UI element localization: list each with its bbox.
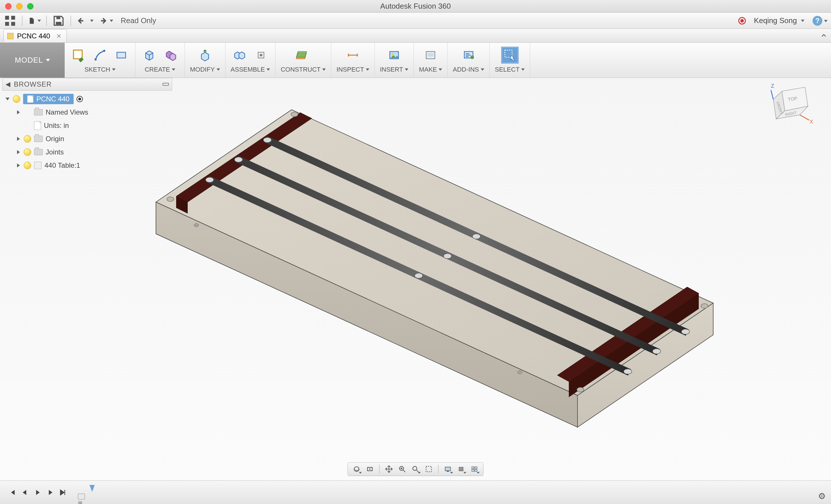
document-tabstrip: PCNC 440 ×: [0, 29, 831, 43]
visibility-bulb-icon[interactable]: [24, 161, 31, 169]
screencast-record-button[interactable]: [738, 17, 746, 25]
maximize-window-button[interactable]: [27, 3, 33, 9]
timeline-marker[interactable]: [89, 485, 95, 492]
pattern-button[interactable]: [162, 47, 179, 63]
ribbon-label-insert[interactable]: INSERT: [380, 66, 408, 73]
pan-button[interactable]: [383, 464, 395, 474]
tree-item-units[interactable]: Units: in: [2, 119, 172, 132]
visibility-bulb-icon[interactable]: [24, 135, 31, 143]
document-icon: [34, 121, 41, 130]
press-pull-button[interactable]: [196, 47, 214, 63]
ribbon-label-make[interactable]: MAKE: [419, 66, 442, 73]
zoom-button[interactable]: [396, 464, 408, 474]
active-component-radio[interactable]: [77, 96, 83, 102]
timeline-end-button[interactable]: [57, 486, 69, 499]
close-tab-button[interactable]: ×: [57, 32, 61, 40]
timeline-expand-button[interactable]: ⊞: [78, 500, 82, 504]
display-settings-button[interactable]: [442, 464, 454, 474]
redo-button[interactable]: [96, 15, 113, 27]
svg-rect-45: [445, 467, 451, 471]
joint-origin-button[interactable]: [252, 47, 270, 63]
close-window-button[interactable]: [5, 3, 11, 9]
expand-toggle[interactable]: [5, 97, 10, 101]
measure-button[interactable]: [344, 47, 362, 63]
fit-button[interactable]: [423, 464, 435, 474]
3d-print-button[interactable]: [422, 47, 439, 63]
rectangle-tool-button[interactable]: [113, 47, 130, 63]
browser-minimize-button[interactable]: [163, 83, 169, 86]
minimize-window-button[interactable]: [16, 3, 23, 9]
timeline-settings-button[interactable]: ⚙: [816, 491, 827, 501]
ribbon-label-inspect[interactable]: INSPECT: [336, 66, 369, 73]
ribbon-group-assemble: ASSEMBLE: [226, 43, 276, 78]
separator: [22, 16, 23, 26]
expand-toggle[interactable]: [16, 137, 21, 141]
viewcube[interactable]: TOP FRONT RIGHT Z X: [765, 80, 816, 131]
tree-item-named-views[interactable]: Named Views: [2, 106, 172, 119]
undo-button[interactable]: [76, 15, 93, 27]
construction-plane-button[interactable]: [294, 47, 312, 63]
visibility-bulb-icon[interactable]: [13, 95, 20, 103]
svg-rect-5: [56, 17, 60, 19]
ribbon-label-construct[interactable]: CONSTRUCT: [281, 66, 326, 73]
zoom-window-button[interactable]: [410, 464, 421, 474]
help-button[interactable]: ?: [812, 16, 822, 26]
timeline-play-button[interactable]: [31, 486, 44, 499]
file-menu-button[interactable]: [28, 15, 41, 27]
svg-point-25: [443, 254, 452, 259]
timeline-step-back-button[interactable]: [19, 486, 31, 499]
svg-rect-49: [472, 469, 474, 471]
component-icon: [34, 161, 41, 169]
timeline-track[interactable]: ⊞: [78, 486, 113, 499]
ribbon-label-sketch[interactable]: SKETCH: [84, 66, 115, 73]
quick-access-toolbar: Read Only Keqing Song ?: [0, 13, 831, 29]
ribbon-label-modify[interactable]: MODIFY: [190, 66, 220, 73]
line-tool-button[interactable]: [91, 47, 109, 63]
tree-item-component[interactable]: 440 Table:1: [2, 159, 172, 172]
component-icon: [27, 95, 33, 103]
visibility-bulb-icon[interactable]: [24, 148, 31, 156]
ribbon-label-addins[interactable]: ADD-INS: [453, 66, 484, 73]
help-menu-caret[interactable]: [822, 17, 828, 25]
joint-button[interactable]: [231, 47, 248, 63]
titlebar: Autodesk Fusion 360: [0, 0, 831, 13]
ribbon-label-select[interactable]: SELECT: [495, 66, 525, 73]
tree-root[interactable]: PCNC 440: [2, 92, 172, 106]
svg-point-18: [206, 177, 214, 182]
workspace-switcher[interactable]: MODEL: [0, 43, 65, 78]
grid-settings-button[interactable]: [455, 464, 467, 474]
browser-header[interactable]: ◀ BROWSER: [2, 78, 172, 91]
expand-toggle[interactable]: [16, 150, 21, 154]
timeline-feature[interactable]: [78, 494, 85, 499]
svg-point-37: [369, 469, 371, 470]
look-at-button[interactable]: [364, 464, 376, 474]
svg-point-8: [103, 50, 105, 52]
create-sketch-button[interactable]: [70, 47, 87, 63]
document-tab-label: PCNC 440: [17, 32, 50, 40]
insert-decal-button[interactable]: [385, 47, 403, 63]
collapse-ribbon-button[interactable]: [820, 31, 828, 40]
tree-item-joints[interactable]: Joints: [2, 146, 172, 159]
ribbon-group-addins: ADD-INS: [448, 43, 489, 78]
viewport[interactable]: ◀ BROWSER PCNC 440 Named Views Units:: [0, 78, 831, 480]
scripts-addins-button[interactable]: [460, 47, 477, 63]
timeline-step-forward-button[interactable]: [44, 486, 57, 499]
tree-item-origin[interactable]: Origin: [2, 132, 172, 146]
save-button[interactable]: [52, 15, 65, 27]
box-button[interactable]: [141, 47, 158, 63]
select-tool-button[interactable]: [501, 47, 519, 63]
user-menu[interactable]: Keqing Song: [754, 16, 804, 25]
expand-toggle[interactable]: [16, 163, 21, 168]
ribbon-label-create[interactable]: CREATE: [145, 66, 175, 73]
document-tab[interactable]: PCNC 440 ×: [3, 29, 67, 42]
data-panel-button[interactable]: [3, 15, 17, 27]
viewports-button[interactable]: [469, 464, 480, 474]
timeline-start-button[interactable]: [6, 486, 19, 499]
orbit-button[interactable]: [351, 464, 362, 474]
svg-rect-14: [428, 53, 433, 57]
svg-rect-44: [426, 467, 432, 472]
model-3d-table[interactable]: [139, 89, 739, 465]
expand-toggle[interactable]: [16, 110, 21, 115]
ribbon-label-assemble[interactable]: ASSEMBLE: [231, 66, 270, 73]
browser-back-icon[interactable]: ◀: [5, 81, 10, 88]
